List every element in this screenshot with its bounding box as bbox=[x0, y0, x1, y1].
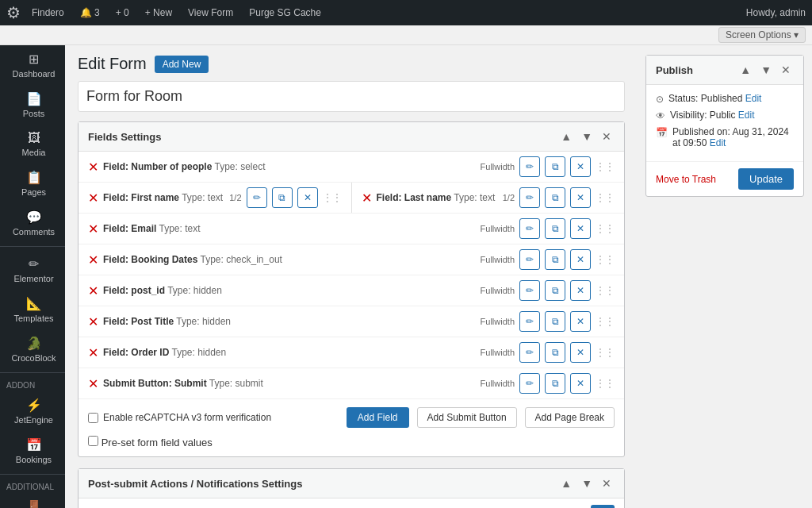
sidebar-item-dashboard[interactable]: ⊞ Dashboard bbox=[0, 45, 65, 85]
form-name-input[interactable] bbox=[78, 81, 625, 112]
field-remove-booking-dates[interactable]: ✕ bbox=[88, 252, 98, 267]
admin-bar-new[interactable]: + New bbox=[140, 7, 177, 18]
admin-bar-purge-cache[interactable]: Purge SG Cache bbox=[244, 7, 326, 18]
field-drag-booking-dates[interactable]: ⋮⋮ bbox=[596, 254, 615, 265]
fields-section-collapse-btn[interactable]: ▲ bbox=[557, 129, 575, 144]
field-edit-post-title[interactable]: ✏ bbox=[519, 311, 540, 332]
checkbox-preset-input[interactable] bbox=[88, 436, 98, 446]
field-delete-post-title[interactable]: ✕ bbox=[570, 311, 591, 332]
add-page-break-button[interactable]: Add Page Break bbox=[525, 407, 615, 428]
admin-bar-plus[interactable]: + 0 bbox=[111, 7, 134, 18]
field-edit-first-name[interactable]: ✏ bbox=[247, 187, 267, 208]
field-remove-post-id[interactable]: ✕ bbox=[88, 283, 98, 298]
field-copy-first-name[interactable]: ⧉ bbox=[272, 187, 293, 208]
field-width-number-of-people: Fullwidth bbox=[481, 162, 515, 171]
admin-bar-view-form[interactable]: View Form bbox=[183, 7, 238, 18]
field-delete-order-id[interactable]: ✕ bbox=[570, 342, 591, 363]
checkbox-recaptcha[interactable]: Enable reCAPTCHA v3 form verification bbox=[88, 412, 271, 423]
field-remove-last-name[interactable]: ✕ bbox=[362, 190, 372, 206]
field-delete-post-id[interactable]: ✕ bbox=[570, 280, 591, 301]
post-submit-collapse-btn[interactable]: ▲ bbox=[557, 475, 575, 491]
add-new-button[interactable]: Add New bbox=[155, 56, 209, 73]
update-button[interactable]: Update bbox=[738, 168, 794, 190]
field-width-last-name: 1/2 bbox=[503, 193, 515, 202]
post-submit-close-btn[interactable]: ✕ bbox=[599, 475, 615, 491]
sidebar-item-pages[interactable]: 📋 Pages bbox=[0, 164, 65, 203]
field-delete-first-name[interactable]: ✕ bbox=[297, 187, 318, 208]
field-drag-order-id[interactable]: ⋮⋮ bbox=[596, 347, 615, 358]
sidebar-item-posts[interactable]: 📄 Posts bbox=[0, 85, 65, 125]
sidebar-item-templates[interactable]: 📐 Templates bbox=[0, 290, 65, 329]
fields-footer: Enable reCAPTCHA v3 form verification Ad… bbox=[79, 399, 624, 436]
admin-bar-comments[interactable]: 🔔 3 bbox=[75, 7, 105, 18]
move-to-trash-button[interactable]: Move to Trash bbox=[656, 174, 716, 185]
field-label-order-id: Field: Order ID Type: hidden bbox=[103, 347, 476, 358]
publish-visibility-edit-link[interactable]: Edit bbox=[738, 110, 755, 121]
field-drag-post-id[interactable]: ⋮⋮ bbox=[596, 285, 615, 296]
sidebar-label-pages: Pages bbox=[21, 187, 46, 197]
field-edit-submit[interactable]: ✏ bbox=[519, 373, 540, 394]
main-content: Edit Form Add New Fields Settings ▲ ▼ ✕ … bbox=[65, 45, 638, 508]
field-edit-email[interactable]: ✏ bbox=[519, 218, 540, 239]
publish-expand-btn[interactable]: ▼ bbox=[757, 62, 775, 78]
field-remove-email[interactable]: ✕ bbox=[88, 221, 98, 237]
field-copy-order-id[interactable]: ⧉ bbox=[545, 342, 565, 363]
checkbox-recaptcha-input[interactable] bbox=[88, 413, 98, 423]
field-copy-post-id[interactable]: ⧉ bbox=[545, 280, 565, 301]
publish-collapse-btn[interactable]: ▲ bbox=[737, 62, 754, 78]
field-remove-number-of-people[interactable]: ✕ bbox=[88, 160, 98, 175]
sidebar-item-jetengine[interactable]: ⚡ JetEngine bbox=[0, 391, 65, 431]
field-drag-last-name[interactable]: ⋮⋮ bbox=[596, 192, 615, 203]
field-delete-last-name[interactable]: ✕ bbox=[570, 187, 591, 208]
notification-edit-send-email[interactable]: ✏ bbox=[591, 505, 615, 508]
screen-options-button[interactable]: Screen Options ▾ bbox=[718, 27, 806, 43]
field-copy-email[interactable]: ⧉ bbox=[545, 218, 565, 239]
field-drag-post-title[interactable]: ⋮⋮ bbox=[596, 316, 615, 327]
add-submit-button[interactable]: Add Submit Button bbox=[417, 407, 517, 428]
field-delete-submit[interactable]: ✕ bbox=[570, 373, 591, 394]
pages-icon: 📋 bbox=[26, 170, 42, 185]
field-drag-email[interactable]: ⋮⋮ bbox=[596, 223, 615, 234]
field-copy-booking-dates[interactable]: ⧉ bbox=[545, 249, 565, 270]
checkbox-recaptcha-label: Enable reCAPTCHA v3 form verification bbox=[103, 412, 271, 423]
field-edit-number-of-people[interactable]: ✏ bbox=[519, 156, 540, 177]
sidebar-item-bookings[interactable]: 📅 Bookings bbox=[0, 431, 65, 471]
field-drag-first-name[interactable]: ⋮⋮ bbox=[323, 192, 342, 203]
add-field-button[interactable]: Add Field bbox=[347, 407, 409, 428]
fields-section-expand-btn[interactable]: ▼ bbox=[578, 129, 596, 144]
field-delete-email[interactable]: ✕ bbox=[570, 218, 591, 239]
media-icon: 🖼 bbox=[28, 131, 40, 145]
field-label-post-id: Field: post_id Type: hidden bbox=[103, 285, 476, 296]
field-copy-post-title[interactable]: ⧉ bbox=[545, 311, 565, 332]
sidebar-item-media[interactable]: 🖼 Media bbox=[0, 125, 65, 164]
admin-bar-findero[interactable]: Findero bbox=[27, 7, 69, 18]
publish-status-edit-link[interactable]: Edit bbox=[745, 93, 762, 104]
post-submit-expand-btn[interactable]: ▼ bbox=[578, 475, 596, 491]
field-delete-number-of-people[interactable]: ✕ bbox=[570, 156, 591, 177]
checkbox-preset[interactable]: Pre-set form field values bbox=[88, 437, 213, 448]
field-drag-number-of-people[interactable]: ⋮⋮ bbox=[596, 161, 615, 172]
sidebar-item-elementor[interactable]: ✏ Elementor bbox=[0, 250, 65, 290]
field-edit-order-id[interactable]: ✏ bbox=[519, 342, 540, 363]
publish-date-edit-link[interactable]: Edit bbox=[710, 137, 726, 148]
field-edit-last-name[interactable]: ✏ bbox=[519, 187, 540, 208]
field-edit-booking-dates[interactable]: ✏ bbox=[519, 249, 540, 270]
field-copy-number-of-people[interactable]: ⧉ bbox=[545, 156, 565, 177]
field-drag-submit[interactable]: ⋮⋮ bbox=[596, 378, 615, 389]
field-remove-first-name[interactable]: ✕ bbox=[88, 190, 98, 206]
field-remove-post-title[interactable]: ✕ bbox=[88, 314, 98, 329]
field-label-number-of-people: Field: Number of people Type: select bbox=[103, 161, 476, 172]
sidebar-item-crocoblock[interactable]: 🐊 CrocoBlock bbox=[0, 329, 65, 369]
publish-close-btn[interactable]: ✕ bbox=[778, 62, 794, 78]
field-remove-submit[interactable]: ✕ bbox=[88, 376, 98, 391]
field-copy-submit[interactable]: ⧉ bbox=[545, 373, 565, 394]
field-remove-order-id[interactable]: ✕ bbox=[88, 345, 98, 360]
field-copy-last-name[interactable]: ⧉ bbox=[545, 187, 565, 208]
sidebar-item-comments[interactable]: 💬 Comments bbox=[0, 203, 65, 243]
sidebar: ⊞ Dashboard 📄 Posts 🖼 Media 📋 Pages 💬 Co… bbox=[0, 45, 65, 508]
field-edit-post-id[interactable]: ✏ bbox=[519, 280, 540, 301]
field-delete-booking-dates[interactable]: ✕ bbox=[570, 249, 591, 270]
fields-section-close-btn[interactable]: ✕ bbox=[599, 129, 615, 144]
elementor-icon: ✏ bbox=[29, 256, 39, 271]
sidebar-item-rooms[interactable]: 🚪 Rooms bbox=[0, 493, 65, 508]
